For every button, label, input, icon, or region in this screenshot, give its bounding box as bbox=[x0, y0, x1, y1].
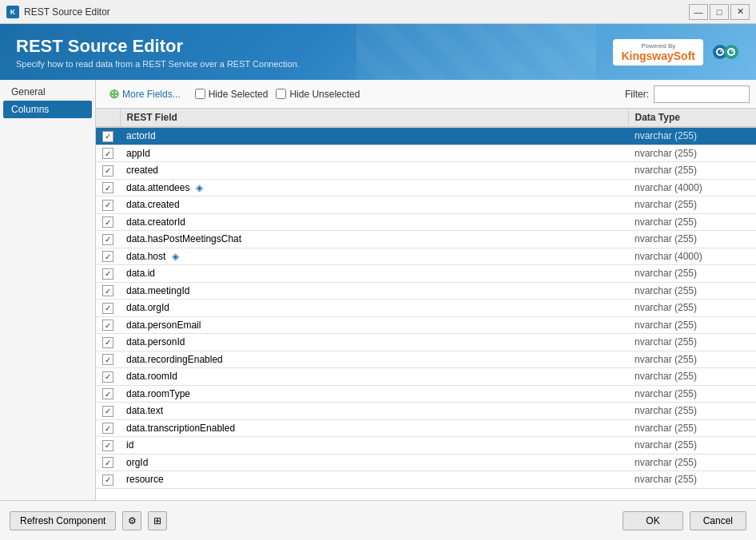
row-data-type: nvarchar (255) bbox=[628, 454, 756, 471]
row-field-name: data.attendees ◈ bbox=[120, 179, 628, 197]
row-check-cell[interactable] bbox=[96, 437, 120, 455]
row-check-cell[interactable] bbox=[96, 282, 120, 300]
row-checkbox[interactable] bbox=[102, 388, 113, 399]
table-row[interactable]: data.idnvarchar (255) bbox=[96, 265, 756, 283]
window-controls: — □ ✕ bbox=[689, 4, 750, 20]
row-checkbox[interactable] bbox=[102, 148, 113, 159]
row-checkbox[interactable] bbox=[102, 406, 113, 417]
cancel-button[interactable]: Cancel bbox=[690, 511, 746, 530]
table-row[interactable]: data.transcriptionEnablednvarchar (255) bbox=[96, 419, 756, 437]
table-container[interactable]: REST Field Data Type actorIdnvarchar (25… bbox=[96, 109, 756, 500]
row-check-cell[interactable] bbox=[96, 265, 120, 283]
row-field-name: appId bbox=[120, 145, 628, 162]
row-check-cell[interactable] bbox=[96, 316, 120, 334]
row-checkbox[interactable] bbox=[102, 165, 113, 177]
table-header-row: REST Field Data Type bbox=[96, 109, 756, 127]
row-checkbox[interactable] bbox=[102, 423, 113, 434]
row-field-name: data.hasPostMeetingsChat bbox=[120, 231, 628, 248]
table-row[interactable]: data.hasPostMeetingsChatnvarchar (255) bbox=[96, 231, 756, 248]
row-check-cell[interactable] bbox=[96, 127, 120, 145]
table-row[interactable]: data.creatednvarchar (255) bbox=[96, 197, 756, 214]
row-check-cell[interactable] bbox=[96, 334, 120, 351]
table-row[interactable]: idnvarchar (255) bbox=[96, 437, 756, 455]
sidebar-item-general[interactable]: General bbox=[3, 83, 92, 101]
row-field-name: data.text bbox=[120, 403, 628, 420]
row-check-cell[interactable] bbox=[96, 419, 120, 437]
close-button[interactable]: ✕ bbox=[730, 4, 750, 20]
table-row[interactable]: data.meetingIdnvarchar (255) bbox=[96, 282, 756, 300]
maximize-button[interactable]: □ bbox=[710, 4, 729, 20]
row-check-cell[interactable] bbox=[96, 145, 120, 162]
row-field-name: data.orgId bbox=[120, 300, 628, 317]
row-check-cell[interactable] bbox=[96, 248, 120, 265]
table-row[interactable]: data.roomIdnvarchar (255) bbox=[96, 368, 756, 386]
filter-input[interactable] bbox=[654, 85, 750, 103]
row-checkbox[interactable] bbox=[102, 200, 113, 211]
sidebar-item-columns[interactable]: Columns bbox=[3, 101, 92, 118]
table-row[interactable]: data.attendees ◈nvarchar (4000) bbox=[96, 179, 756, 197]
row-checkbox[interactable] bbox=[102, 371, 113, 383]
table-row[interactable]: actorIdnvarchar (255) bbox=[96, 127, 756, 145]
filter-group: Filter: bbox=[625, 85, 750, 103]
row-checkbox[interactable] bbox=[102, 337, 113, 348]
row-checkbox[interactable] bbox=[102, 354, 113, 365]
logo-badge: Powered By KingswaySoft bbox=[613, 39, 703, 66]
hide-unselected-checkbox[interactable] bbox=[276, 89, 286, 99]
row-check-cell[interactable] bbox=[96, 300, 120, 317]
table-row[interactable]: data.personIdnvarchar (255) bbox=[96, 334, 756, 351]
row-check-cell[interactable] bbox=[96, 231, 120, 248]
table-row[interactable]: data.recordingEnablednvarchar (255) bbox=[96, 351, 756, 368]
refresh-component-button[interactable]: Refresh Component bbox=[10, 511, 116, 530]
row-check-cell[interactable] bbox=[96, 368, 120, 386]
row-checkbox[interactable] bbox=[102, 131, 113, 142]
row-check-cell[interactable] bbox=[96, 213, 120, 231]
main-content: General Columns ⊕ More Fields... Hide Se… bbox=[0, 80, 756, 500]
row-data-type: nvarchar (255) bbox=[628, 300, 756, 317]
sidebar: General Columns bbox=[0, 80, 96, 500]
row-check-cell[interactable] bbox=[96, 162, 120, 180]
ok-button[interactable]: OK bbox=[623, 511, 682, 530]
more-fields-button[interactable]: ⊕ More Fields... bbox=[102, 85, 187, 103]
table-row[interactable]: orgIdnvarchar (255) bbox=[96, 454, 756, 471]
table-row[interactable]: data.personEmailnvarchar (255) bbox=[96, 316, 756, 334]
col-data-type: Data Type bbox=[628, 109, 756, 127]
row-checkbox[interactable] bbox=[102, 440, 113, 451]
table-row[interactable]: data.roomTypenvarchar (255) bbox=[96, 385, 756, 403]
row-field-name: resource bbox=[120, 471, 628, 489]
row-check-cell[interactable] bbox=[96, 197, 120, 214]
table-row[interactable]: creatednvarchar (255) bbox=[96, 162, 756, 180]
row-checkbox[interactable] bbox=[102, 474, 113, 486]
table-row[interactable]: data.creatorIdnvarchar (255) bbox=[96, 213, 756, 231]
row-checkbox[interactable] bbox=[102, 251, 113, 262]
row-check-cell[interactable] bbox=[96, 454, 120, 471]
row-checkbox[interactable] bbox=[102, 234, 113, 245]
row-checkbox[interactable] bbox=[102, 320, 113, 331]
row-checkbox[interactable] bbox=[102, 268, 113, 280]
row-checkbox[interactable] bbox=[102, 457, 113, 468]
row-check-cell[interactable] bbox=[96, 351, 120, 368]
hide-selected-checkbox[interactable] bbox=[195, 89, 205, 99]
table-row[interactable]: data.host ◈nvarchar (4000) bbox=[96, 248, 756, 265]
row-field-name: created bbox=[120, 162, 628, 180]
row-check-cell[interactable] bbox=[96, 385, 120, 403]
hide-selected-checkbox-label[interactable]: Hide Selected bbox=[195, 89, 269, 100]
toolbar: ⊕ More Fields... Hide Selected Hide Unse… bbox=[96, 80, 756, 109]
table-row[interactable]: resourcenvarchar (255) bbox=[96, 471, 756, 489]
row-checkbox[interactable] bbox=[102, 182, 113, 193]
icon-button-1[interactable]: ⚙ bbox=[122, 511, 141, 530]
row-checkbox[interactable] bbox=[102, 216, 113, 228]
table-row[interactable]: appIdnvarchar (255) bbox=[96, 145, 756, 162]
powered-by-text: Powered By bbox=[641, 42, 675, 50]
hide-unselected-checkbox-label[interactable]: Hide Unselected bbox=[276, 89, 360, 100]
row-check-cell[interactable] bbox=[96, 179, 120, 197]
row-data-type: nvarchar (4000) bbox=[628, 248, 756, 265]
table-row[interactable]: data.textnvarchar (255) bbox=[96, 403, 756, 420]
row-check-cell[interactable] bbox=[96, 471, 120, 489]
row-field-name: orgId bbox=[120, 454, 628, 471]
icon-button-2[interactable]: ⊞ bbox=[148, 511, 167, 530]
table-row[interactable]: data.orgIdnvarchar (255) bbox=[96, 300, 756, 317]
row-checkbox[interactable] bbox=[102, 285, 113, 296]
minimize-button[interactable]: — bbox=[689, 4, 708, 20]
row-checkbox[interactable] bbox=[102, 303, 113, 314]
row-check-cell[interactable] bbox=[96, 403, 120, 420]
